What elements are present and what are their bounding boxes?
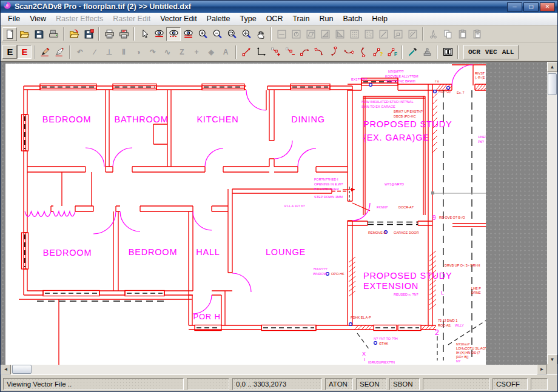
zoom-extents-button[interactable] (239, 27, 254, 41)
plan-note-44: RE-OVE O? B-/O (439, 216, 466, 219)
plan-note-28: REUSED n. ?N? (394, 293, 419, 296)
tile-windows-button[interactable] (440, 45, 455, 59)
room-label-7: LOUNGE (266, 247, 306, 257)
maximize-button[interactable]: ▢ (523, 2, 539, 12)
edit-origin-button[interactable] (254, 45, 268, 59)
arc-adjust-5-button[interactable] (355, 45, 370, 59)
status-message: Viewing Vector File .. (3, 378, 184, 390)
toolbar-separator (235, 45, 237, 59)
plan-note-48: [1O< B[] (456, 355, 469, 359)
horizontal-scroll-thumb[interactable] (12, 365, 32, 374)
toggle-seon: SEON (356, 378, 386, 390)
plan-note-45: N?10uu? (456, 342, 469, 346)
raster-pencil-button[interactable] (38, 45, 52, 59)
menu-item-palette[interactable]: Palette (202, 13, 235, 24)
plan-note-24: GARAGE DOOR (394, 231, 419, 234)
plan-note-47: IH (X| HN OS-(7 (456, 351, 480, 354)
new-file-button[interactable] (2, 27, 17, 41)
scroll-down-button[interactable]: ▼ (547, 354, 557, 365)
toolbar-separator (402, 45, 403, 59)
undo-button: ↶ (73, 45, 87, 59)
minimize-button[interactable]: ─ (507, 2, 522, 12)
view-raster-button[interactable] (152, 27, 166, 41)
pan-button[interactable] (254, 27, 268, 41)
arc-adjust-3-button[interactable] (326, 45, 341, 59)
acquire-scan-button[interactable] (46, 27, 61, 41)
print-special-button[interactable] (116, 27, 131, 41)
plan-note-43: 9 (432, 214, 436, 221)
view-vector-button[interactable] (181, 27, 195, 41)
menu-item-run[interactable]: Run (314, 13, 338, 24)
plan-note-41: t (364, 357, 365, 362)
arc-adjust-4-button[interactable] (341, 45, 355, 59)
select-pointer-button[interactable] (137, 27, 152, 41)
toggle-csoff: CSOFF (492, 378, 528, 390)
app-window: Scan2CADv8 Pro - floorplan.tif (2) >> Un… (0, 0, 558, 392)
horizontal-scroll-row: ◄ ► (1, 364, 557, 374)
canvas-workspace[interactable]: BEDROOMBATHROOMKITCHENDININGBEDROOMBEDRO… (1, 62, 547, 365)
vec-button[interactable]: VEC (483, 47, 500, 58)
room-label-1: BATHROOM (114, 115, 168, 124)
node-insert-button[interactable] (268, 45, 283, 59)
menu-item-vector-edit[interactable]: Vector Edit (155, 13, 201, 24)
plan-note-49: N? (456, 359, 460, 363)
menu-item-raster-effects: Raster Effects (51, 13, 108, 24)
zoom-in-button[interactable] (195, 27, 210, 41)
menu-item-file[interactable]: File (3, 13, 25, 24)
room-label-3: DINING (291, 115, 325, 124)
all-button[interactable]: ALL (500, 47, 517, 58)
arc-adjust-1-button[interactable] (297, 45, 312, 59)
status-empty-2 (423, 378, 489, 390)
save-raster-button[interactable] (81, 27, 96, 41)
toolbar-edit: EE↶∕⊥Ⅱ◑↷∿Z+◈A?POCRVECALL (1, 43, 557, 61)
document-canvas[interactable]: BEDROOMBATHROOMKITCHENDININGBEDROOMBEDRO… (5, 64, 486, 365)
plan-note-23: REMOVE O (368, 231, 386, 234)
pick-polyline-button[interactable]: P (385, 45, 399, 59)
cursor-coordinates: 0,0 .. 3303,2073 (232, 378, 322, 390)
menu-item-help[interactable]: Help (367, 13, 392, 24)
menu-item-type[interactable]: Type (235, 13, 261, 24)
flood-fill-button (420, 45, 434, 59)
open-file-button[interactable] (17, 27, 32, 41)
toolbar-standard (1, 25, 557, 43)
arc-adjust-2-button[interactable] (312, 45, 326, 59)
menu-item-train[interactable]: Train (287, 13, 314, 24)
query-entity-button[interactable]: ? (370, 45, 385, 59)
menu-item-view[interactable]: View (25, 13, 51, 24)
plan-note-39: GTHK (379, 342, 389, 345)
raster-tool-9-button (391, 27, 405, 41)
color-picker-button[interactable] (405, 45, 420, 59)
toggle-aton: ATON (325, 378, 353, 390)
zoom-out-button[interactable] (210, 27, 224, 41)
raster-tool-8-button (376, 27, 391, 41)
raster-eraser-button[interactable] (52, 45, 67, 59)
scroll-left-button[interactable]: ◄ (1, 364, 11, 374)
toolbar-separator (437, 45, 438, 59)
plan-note-30: L (441, 290, 444, 296)
raster-text-mode-button[interactable]: E (2, 45, 17, 59)
save-file-button[interactable] (32, 27, 46, 41)
view-both-button[interactable] (166, 27, 181, 41)
vector-text-mode-button[interactable]: E (17, 45, 32, 59)
draw-line-button: ∕ (87, 45, 102, 59)
svg-text:?: ? (379, 50, 382, 57)
scroll-up-button[interactable]: ▲ (547, 62, 557, 72)
vertical-scrollbar[interactable]: ▲ ▼ (547, 62, 557, 365)
setout-line (431, 191, 486, 194)
edit-line-button[interactable] (239, 45, 254, 59)
print-button[interactable] (102, 27, 116, 41)
plan-note-42: IGRUBUPIEX??N (368, 360, 395, 364)
close-button[interactable]: ✕ (540, 2, 555, 12)
zoom-window-button[interactable] (224, 27, 239, 41)
vertical-scroll-thumb[interactable] (548, 73, 557, 95)
scroll-right-button[interactable]: ► (537, 364, 547, 374)
menu-item-ocr[interactable]: OCR (261, 13, 288, 24)
status-empty-1 (187, 378, 229, 390)
menu-item-batch[interactable]: Batch (338, 13, 367, 24)
floorplan-drawing[interactable]: BEDROOMBATHROOMKITCHENDININGBEDROOMBEDRO… (5, 64, 486, 365)
ocr-button[interactable]: OCR (466, 47, 483, 58)
open-raster-button[interactable] (67, 27, 81, 41)
node-delete-button[interactable] (283, 45, 297, 59)
horizontal-scrollbar[interactable]: ◄ ► (1, 364, 547, 374)
room-label-8: POR H (193, 312, 220, 321)
